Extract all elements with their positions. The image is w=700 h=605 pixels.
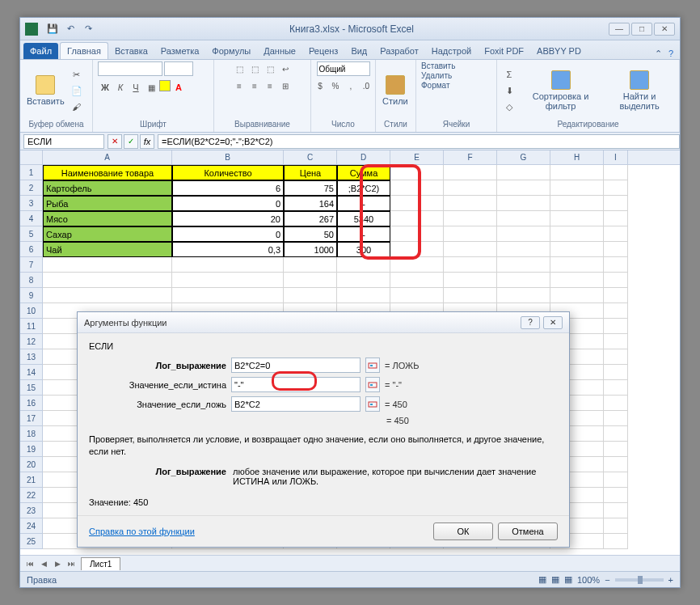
cell-D2[interactable]: ;B2*C2) [337, 180, 390, 196]
border-icon[interactable]: ▦ [144, 80, 158, 95]
cell-A1[interactable]: Наименование товара [43, 165, 172, 180]
function-help-link[interactable]: Справка по этой функции [89, 527, 195, 536]
col-G[interactable]: G [497, 150, 550, 164]
row-25[interactable]: 25 [20, 534, 43, 549]
row-17[interactable]: 17 [20, 411, 43, 426]
cut-icon[interactable]: ✂ [70, 67, 84, 82]
cell-D1[interactable]: Сумма [337, 165, 390, 180]
cell-H1[interactable] [550, 165, 604, 180]
tab-review[interactable]: Реценз [302, 43, 344, 59]
clear-icon[interactable]: ◇ [502, 99, 517, 114]
col-E[interactable]: E [390, 150, 444, 164]
formula-input[interactable]: =ЕСЛИ(B2*C2=0;"-";B2*C2) [158, 134, 680, 149]
row-18[interactable]: 18 [20, 426, 43, 442]
row-12[interactable]: 12 [20, 334, 43, 349]
row-16[interactable]: 16 [20, 396, 43, 411]
align-top-icon[interactable]: ⬚ [232, 61, 247, 76]
view-break-icon[interactable]: ▦ [564, 574, 572, 585]
autosum-icon[interactable]: Σ [502, 67, 517, 82]
select-all[interactable] [20, 150, 43, 164]
underline-icon[interactable]: Ч [129, 80, 143, 95]
tab-home[interactable]: Главная [60, 42, 108, 59]
arg-input-2[interactable] [231, 396, 361, 412]
delete-cells[interactable]: Удалить [421, 71, 491, 80]
cell-I1[interactable] [604, 165, 628, 180]
comma-icon[interactable]: , [344, 78, 358, 93]
cell-B4[interactable]: 20 [172, 211, 284, 226]
row-22[interactable]: 22 [20, 488, 43, 503]
close-button[interactable]: ✕ [654, 23, 675, 36]
tab-file[interactable]: Файл [23, 43, 58, 59]
row-13[interactable]: 13 [20, 349, 43, 365]
arg-input-0[interactable] [231, 358, 361, 373]
help-icon[interactable]: ? [668, 49, 673, 59]
tab-layout[interactable]: Разметка [154, 43, 206, 59]
arg-input-1[interactable] [231, 377, 361, 392]
row-5[interactable]: 5 [20, 226, 43, 242]
tab-formulas[interactable]: Формулы [205, 43, 257, 59]
cell-B5[interactable]: 0 [172, 226, 284, 242]
wrap-icon[interactable]: ↩ [278, 61, 293, 76]
cell-D6[interactable]: 300 [337, 242, 390, 257]
view-normal-icon[interactable]: ▦ [538, 574, 546, 585]
currency-icon[interactable]: $ [313, 78, 327, 93]
cell-B2[interactable]: 6 [172, 180, 284, 196]
align-mid-icon[interactable]: ⬚ [247, 61, 262, 76]
maximize-button[interactable]: □ [631, 23, 652, 36]
first-sheet-icon[interactable]: ⏮ [23, 557, 36, 570]
percent-icon[interactable]: % [328, 78, 343, 93]
italic-icon[interactable]: К [113, 80, 128, 95]
col-H[interactable]: H [550, 150, 604, 164]
view-layout-icon[interactable]: ▦ [551, 574, 559, 585]
row-20[interactable]: 20 [20, 457, 43, 472]
minimize-ribbon-icon[interactable]: ⌃ [655, 49, 662, 59]
cell-D4[interactable]: 5340 [337, 211, 390, 226]
row-19[interactable]: 19 [20, 442, 43, 457]
cancel-button[interactable]: Отмена [498, 522, 558, 540]
row-14[interactable]: 14 [20, 365, 43, 380]
font-color-icon[interactable]: A [171, 80, 186, 95]
cell-A4[interactable]: Мясо [43, 211, 172, 226]
collapse-dialog-icon[interactable] [365, 396, 380, 412]
sheet-tab-1[interactable]: Лист1 [81, 557, 120, 570]
zoom-in-icon[interactable]: + [668, 575, 673, 585]
cell-B1[interactable]: Количество [172, 165, 284, 180]
cell-E1[interactable] [390, 165, 444, 180]
cell-F1[interactable] [444, 165, 497, 180]
align-bot-icon[interactable]: ⬚ [263, 61, 277, 76]
col-A[interactable]: A [43, 150, 172, 164]
cell-C3[interactable]: 164 [284, 196, 337, 211]
align-right-icon[interactable]: ≡ [263, 78, 277, 93]
name-box[interactable]: ЕСЛИ [23, 134, 104, 149]
dialog-help-icon[interactable]: ? [521, 316, 540, 329]
styles-button[interactable]: Стили [381, 74, 410, 108]
format-painter-icon[interactable]: 🖌 [70, 99, 84, 114]
row-10[interactable]: 10 [20, 303, 43, 319]
tab-data[interactable]: Данные [257, 43, 302, 59]
enter-formula-icon[interactable]: ✓ [124, 134, 138, 149]
align-center-icon[interactable]: ≡ [247, 78, 262, 93]
cell-D5[interactable]: - [337, 226, 390, 242]
next-sheet-icon[interactable]: ▶ [51, 557, 64, 570]
ok-button[interactable]: ОК [433, 522, 493, 540]
cell-A2[interactable]: Картофель [43, 180, 172, 196]
align-left-icon[interactable]: ≡ [232, 78, 247, 93]
cell-C1[interactable]: Цена [284, 165, 337, 180]
zoom-level[interactable]: 100% [577, 575, 600, 585]
col-I[interactable]: I [604, 150, 628, 164]
dialog-close-icon[interactable]: ✕ [543, 316, 563, 329]
row-15[interactable]: 15 [20, 380, 43, 396]
row-3[interactable]: 3 [20, 196, 43, 211]
tab-abbyy[interactable]: ABBYY PD [530, 43, 588, 59]
find-select-button[interactable]: Найти и выделить [605, 69, 674, 112]
paste-button[interactable]: Вставить [25, 74, 66, 108]
cancel-formula-icon[interactable]: ✕ [108, 134, 122, 149]
cell-C2[interactable]: 75 [284, 180, 337, 196]
row-21[interactable]: 21 [20, 472, 43, 488]
last-sheet-icon[interactable]: ⏭ [65, 557, 78, 570]
redo-icon[interactable]: ↷ [82, 23, 95, 36]
cell-C4[interactable]: 267 [284, 211, 337, 226]
format-cells[interactable]: Формат [421, 81, 491, 90]
col-C[interactable]: C [284, 150, 337, 164]
collapse-dialog-icon[interactable] [365, 358, 380, 373]
